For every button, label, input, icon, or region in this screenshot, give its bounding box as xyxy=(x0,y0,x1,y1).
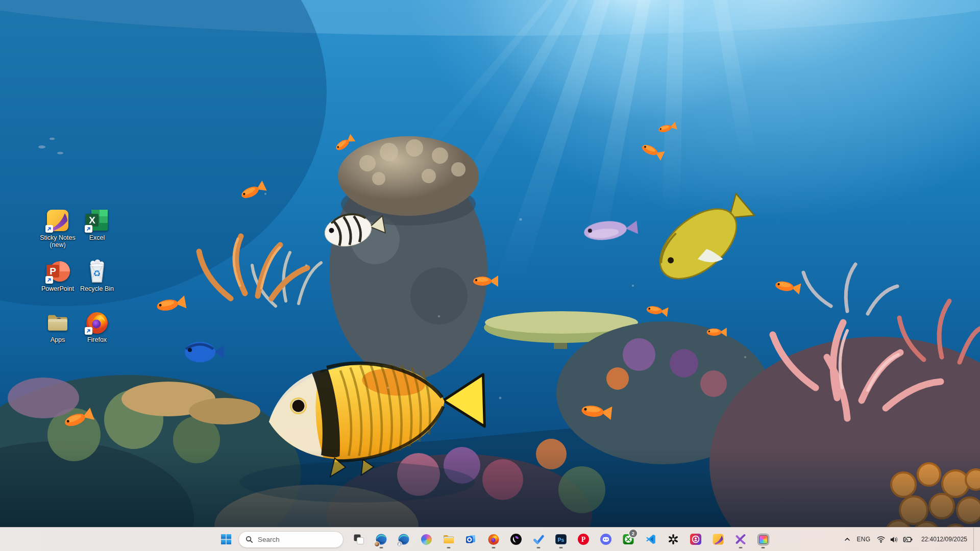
running-indicator xyxy=(380,547,383,548)
taskbar-dark-swirl-app-button[interactable] xyxy=(506,529,526,549)
taskbar-edge-profile-1-button[interactable] xyxy=(371,529,391,549)
chatgpt-icon xyxy=(667,533,679,545)
firefox-icon xyxy=(487,533,500,545)
visual-studio-icon xyxy=(734,533,747,545)
search-icon xyxy=(246,536,253,543)
desktop-icon-label: PowerPoint xyxy=(38,285,78,292)
shortcut-arrow-icon xyxy=(85,225,92,233)
recycle-bin-icon: ♻ xyxy=(85,259,109,284)
sticky-notes-icon xyxy=(712,533,724,545)
desktop-icon-apps-folder[interactable]: Apps xyxy=(38,310,78,343)
shortcut-arrow-icon xyxy=(45,225,53,233)
taskbar-edge-profile-2-button[interactable] xyxy=(394,529,414,549)
notification-badge: 2 xyxy=(628,529,638,538)
dark-swirl-app-icon xyxy=(510,533,522,545)
desktop-icon-firefox[interactable]: Firefox xyxy=(77,310,117,343)
svg-text:P: P xyxy=(50,266,56,277)
tray-time: 22:40 xyxy=(921,536,937,543)
running-indicator xyxy=(447,547,451,548)
quick-settings-button[interactable] xyxy=(873,529,917,549)
taskbar-pinterest-button[interactable]: P xyxy=(573,529,594,549)
taskbar-sticky-notes-button[interactable] xyxy=(708,529,728,549)
taskbar-wallpaper-engine-button[interactable] xyxy=(753,529,773,549)
checkmark-icon xyxy=(532,533,545,545)
running-indicator xyxy=(739,547,743,548)
taskbar-task-view-button[interactable] xyxy=(349,529,369,549)
shortcut-arrow-icon xyxy=(45,276,53,284)
wallpaper-illustration xyxy=(0,0,980,551)
desktop-icon-label: Firefox xyxy=(77,336,117,343)
windows-logo-icon xyxy=(220,534,232,545)
start-button[interactable] xyxy=(216,529,235,549)
discord-icon xyxy=(600,533,612,545)
taskbar: Search xyxy=(0,527,980,551)
svg-text:X: X xyxy=(89,215,95,226)
vscode-icon xyxy=(645,533,657,545)
outlook-icon xyxy=(465,533,477,545)
running-indicator xyxy=(559,547,563,548)
taskbar-gradient-profile-app-button[interactable] xyxy=(685,529,706,549)
desktop-icon-powerpoint[interactable]: P PowerPoint xyxy=(38,259,78,292)
chevron-up-icon xyxy=(843,535,851,543)
svg-text:Ps: Ps xyxy=(558,537,565,543)
show-desktop-button[interactable] xyxy=(973,528,977,551)
search-box[interactable]: Search xyxy=(238,531,344,548)
hidden-icons-chevron[interactable] xyxy=(840,529,854,549)
sticky-notes-icon xyxy=(45,208,70,233)
profile-avatar xyxy=(374,541,380,547)
svg-text:♻: ♻ xyxy=(93,268,101,279)
generic-profile-avatar xyxy=(397,541,402,547)
taskbar-photoshop-button[interactable]: Ps xyxy=(551,529,571,549)
wallpaper-engine-icon xyxy=(758,534,769,545)
firefox-icon xyxy=(85,310,109,335)
taskbar-firefox-button[interactable] xyxy=(483,529,504,549)
taskbar-file-explorer-button[interactable] xyxy=(438,529,459,549)
desktop-icon-excel[interactable]: X Excel xyxy=(77,208,117,241)
folder-icon xyxy=(45,310,70,335)
clock[interactable]: 22:40 12/09/2025 xyxy=(917,529,972,549)
taskbar-xbox-button[interactable]: 2 xyxy=(618,529,639,549)
battery-icon xyxy=(902,535,913,544)
taskbar-chatgpt-button[interactable] xyxy=(663,529,683,549)
excel-icon: X xyxy=(85,208,109,233)
taskbar-outlook-button[interactable] xyxy=(461,529,481,549)
shortcut-arrow-icon xyxy=(85,327,92,335)
taskbar-vscode-button[interactable] xyxy=(641,529,661,549)
desktop-icon-recycle-bin[interactable]: ♻ Recycle Bin xyxy=(77,259,117,292)
tray-date: 12/09/2025 xyxy=(937,536,967,543)
powerpoint-icon: P xyxy=(45,259,70,284)
language-indicator[interactable]: ENG xyxy=(854,529,873,549)
copilot-icon xyxy=(420,533,433,546)
desktop-icon-label: Sticky Notes (new) xyxy=(38,234,78,248)
taskbar-copilot-button[interactable] xyxy=(416,529,436,549)
desktop-icon-sticky-notes[interactable]: Sticky Notes (new) xyxy=(38,208,78,248)
volume-icon xyxy=(889,535,899,544)
desktop[interactable]: Sticky Notes (new) X Excel P xyxy=(0,0,980,551)
search-placeholder: Search xyxy=(258,536,280,543)
taskbar-ticktick-button[interactable] xyxy=(528,529,549,549)
task-view-icon xyxy=(353,533,365,545)
running-indicator xyxy=(762,547,765,548)
desktop-icon-label: Recycle Bin xyxy=(77,285,117,292)
running-indicator xyxy=(537,547,541,548)
taskbar-visual-studio-button[interactable] xyxy=(730,529,751,549)
running-indicator xyxy=(492,547,496,548)
gradient-profile-app-icon xyxy=(690,534,701,545)
svg-text:P: P xyxy=(581,536,586,543)
desktop-icon-label: Apps xyxy=(38,336,78,343)
taskbar-discord-button[interactable] xyxy=(596,529,616,549)
desktop-icon-label: Excel xyxy=(77,234,117,241)
photoshop-icon: Ps xyxy=(555,533,567,545)
wifi-icon xyxy=(876,535,886,544)
file-explorer-icon xyxy=(443,533,455,545)
pinterest-icon: P xyxy=(577,533,590,545)
